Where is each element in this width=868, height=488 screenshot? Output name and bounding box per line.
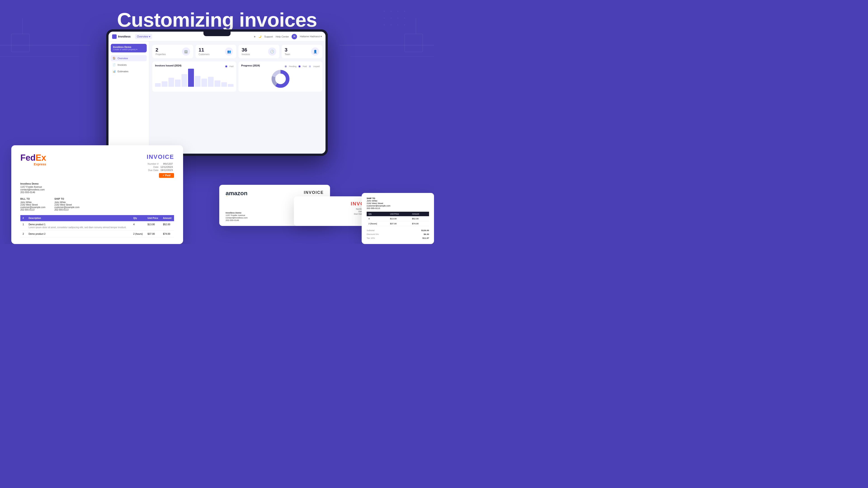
sidebar-brand[interactable]: Invoiless Demo Create or switch property… (111, 44, 147, 53)
moon-icon[interactable]: 🌙 (258, 35, 261, 38)
sidebar-item-estimates[interactable]: 📊 Estimates (111, 68, 147, 74)
amazon-invoice-title: INVOICE (303, 190, 324, 195)
item2-amount: $74.00 (161, 231, 174, 237)
bar-11 (221, 82, 227, 87)
item2-price: $37.00 (145, 231, 161, 237)
help-link[interactable]: Help Center (276, 35, 289, 38)
discount-row: Discount 5% $6.30 (367, 232, 429, 236)
s-item1-amount: $52.00 (410, 216, 429, 221)
col-unit-price: Unit Price (388, 212, 410, 216)
fedex-logo-block: FedEx Express (20, 153, 46, 166)
stats-row: 2 Properties 🏢 11 Customers 👥 (152, 45, 322, 58)
item1-name: Demo product 1 (29, 223, 129, 226)
bar-3 (168, 78, 174, 87)
dashboard-body: Invoiless Demo Create or switch property… (108, 41, 326, 154)
company-info: Invoiless Demo 1157 Fowler Avenue contac… (20, 182, 174, 194)
app-logo: Invoiless (112, 34, 131, 39)
date-value: 12/12/2023 (159, 165, 174, 168)
unpaid-dot (309, 66, 311, 67)
estimates-icon: 📊 (113, 70, 116, 73)
company-address: 1157 Fowler Avenue (20, 186, 42, 188)
ship-to-section: SHIP TO John White 2192 West Street cust… (367, 197, 429, 209)
ship-phone: 202-555-0113 (55, 208, 68, 211)
progress-chart-title: Progress (2024) (241, 64, 260, 67)
fedex-invoice-header: FedEx Express INVOICE Number # INV1337 D… (20, 153, 174, 178)
stat-invoices-label: Invoices (242, 53, 250, 56)
paid-legend-label: Paid (229, 65, 234, 68)
bar-7 (195, 76, 200, 87)
item1-num: 1 (20, 221, 26, 231)
ship-address: 2192 West Street (55, 203, 72, 206)
progress-legend: Pending Paid Unpaid (285, 65, 320, 68)
bill-email: customer@example.com (20, 206, 45, 208)
invoices-chart-title: Invoices Issued (2024) (155, 64, 182, 67)
fedex-ex: Ex (36, 153, 46, 162)
s-item2-qty: 2 (hours) (367, 221, 388, 226)
support-link[interactable]: Support (264, 35, 273, 38)
col-price: Unit Price (145, 215, 161, 221)
item1-amount: $52.00 (161, 221, 174, 231)
stat-customers-value: 11 (199, 47, 210, 53)
ship-name: John White (55, 201, 66, 203)
invoices-legend: Paid (225, 65, 234, 68)
bill-to-label: BILL TO (20, 198, 45, 200)
charts-row: Invoices Issued (2024) Paid (152, 61, 322, 92)
header-right: + 🌙 Support Help Center H Haitame Hadrao… (254, 34, 322, 39)
col-amount: Amount (410, 212, 429, 216)
s-item1-price: $13.00 (388, 216, 410, 221)
due-value: 19/12/2023 (159, 168, 174, 172)
paid-legend-dot (225, 66, 227, 67)
ship-email: customer@example.com (55, 206, 80, 208)
sidebar-brand-sub: Create or switch property ▾ (113, 48, 145, 51)
nav-overview[interactable]: Overview ▾ (135, 34, 152, 39)
bar-9 (208, 77, 214, 87)
ship-to-block: SHIP TO John White 2192 West Street cust… (55, 198, 80, 211)
invoices-icon: 🕐 (268, 47, 276, 56)
bill-to-block: BILL TO John White 2192 West Street cust… (20, 198, 45, 211)
amazon-logo-text: amazon (225, 190, 248, 196)
item2-name: Demo product 2 (29, 232, 129, 235)
fedex-invoice-details: Number # INV1337 Date 12/12/2023 Due Dat… (147, 162, 174, 178)
properties-icon: 🏢 (182, 47, 190, 56)
subtotal-row: Subtotal $126.00 (367, 228, 429, 232)
sidebar-item-invoices[interactable]: 📄 Invoices (111, 62, 147, 68)
company-email: contact@invoiless.com (20, 188, 45, 191)
tax-row: Tax 10% $11.97 (367, 236, 429, 240)
amazon-from-name: Invoiless Demo (225, 212, 241, 214)
subtotal-value: $126.00 (421, 229, 429, 232)
col-num: # (20, 215, 26, 221)
ship-to-label: SHIP TO (55, 198, 80, 200)
table-row: 2 Demo product 2 2 (hours) $37.00 $74.00 (20, 231, 174, 237)
ship-address: 2192 West Street (367, 202, 383, 204)
stat-invoices-value: 36 (242, 47, 250, 53)
fedex-invoice: FedEx Express INVOICE Number # INV1337 D… (11, 145, 183, 244)
sidebar-item-overview[interactable]: 🏠 Overview (111, 55, 147, 61)
bill-address: 2192 West Street (20, 203, 38, 206)
user-name[interactable]: Haitame Hadraoui ▾ (300, 35, 322, 38)
company-phone: 202-555-0146 (20, 191, 35, 194)
item1-price: $13.00 (145, 221, 161, 231)
amazon-from-address: 1157 Fowler Avenue (225, 214, 245, 217)
col-desc: Description (26, 215, 131, 221)
bill-phone: 202-555-0113 (20, 208, 34, 211)
invoice-icon: 📄 (113, 63, 116, 66)
user-avatar[interactable]: H (291, 34, 297, 39)
tax-value: $11.97 (423, 237, 429, 239)
amazon-logo-block: amazon ⌒ (225, 190, 248, 199)
sidebar-brand-name: Invoiless Demo (113, 46, 145, 48)
item1-qty: 4 (131, 221, 145, 231)
item1-desc: Demo product 1 Lorem ipsum dolor sit ame… (26, 221, 131, 231)
summary-totals: Subtotal $126.00 Discount 5% $6.30 Tax 1… (367, 228, 429, 240)
item2-qty: 2 (hours) (131, 231, 145, 237)
s-item1-qty: 4 (367, 216, 388, 221)
bar-6 (188, 69, 194, 87)
bar-12 (228, 84, 234, 87)
bar-1 (155, 83, 161, 87)
stat-properties: 2 Properties 🏢 (152, 45, 193, 58)
dashboard-window: Invoiless Overview ▾ + 🌙 Support Help Ce… (108, 32, 326, 154)
discount-label: Discount 5% (367, 233, 379, 235)
tax-label: Tax 10% (367, 237, 375, 239)
item2-desc: Demo product 2 (26, 231, 131, 237)
add-button[interactable]: + (254, 35, 256, 38)
stat-customers-label: Customers (199, 53, 210, 56)
